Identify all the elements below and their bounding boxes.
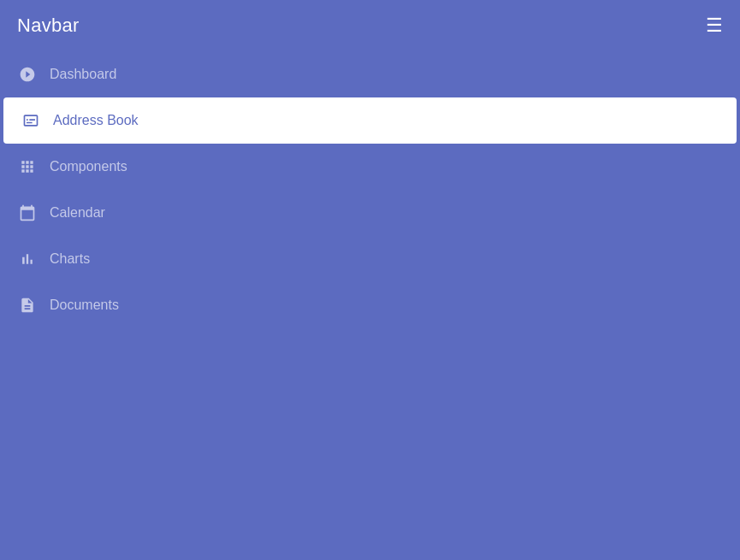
sidebar-item-label: Components	[50, 159, 127, 174]
address-book-icon	[21, 110, 41, 131]
nav-items-list: Dashboard Address Book Components	[0, 51, 740, 328]
charts-icon	[17, 249, 38, 269]
sidebar-item-label: Documents	[50, 298, 119, 313]
documents-icon	[17, 295, 38, 315]
navbar-title: Navbar	[17, 15, 80, 37]
sidebar-item-dashboard[interactable]: Dashboard	[0, 51, 740, 97]
sidebar-item-label: Dashboard	[50, 67, 116, 82]
navbar-container: Navbar ☰ Dashboard Address Book	[0, 0, 740, 328]
sidebar-item-charts[interactable]: Charts	[0, 236, 740, 282]
sidebar-item-label: Address Book	[53, 113, 139, 128]
sidebar-item-address-book[interactable]: Address Book	[3, 97, 737, 144]
sidebar-item-label: Charts	[50, 251, 90, 267]
sidebar-item-components[interactable]: Components	[0, 144, 740, 190]
sidebar-item-documents[interactable]: Documents	[0, 282, 740, 328]
navbar-header: Navbar ☰	[0, 0, 740, 51]
dashboard-icon	[17, 64, 38, 85]
calendar-icon	[17, 203, 38, 223]
sidebar-item-label: Calendar	[50, 205, 105, 221]
sidebar-item-calendar[interactable]: Calendar	[0, 190, 740, 236]
hamburger-icon[interactable]: ☰	[706, 15, 723, 37]
components-icon	[17, 156, 38, 177]
